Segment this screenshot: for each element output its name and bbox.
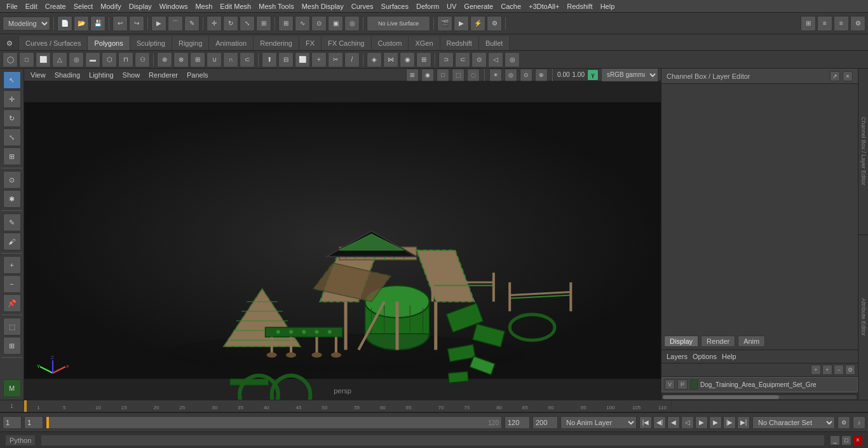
tb2-bool-union[interactable]: ∪	[207, 52, 222, 67]
add-div-btn[interactable]: +	[3, 256, 21, 274]
tab-polygons[interactable]: Polygons	[88, 36, 130, 50]
tab-fx[interactable]: FX	[299, 36, 322, 50]
tb2-sphere[interactable]: ◯	[3, 52, 18, 67]
tb2-wedge[interactable]: ◁	[488, 52, 503, 67]
viewport-3d[interactable]: persp X Y Z	[24, 81, 661, 400]
attribute-editor-strip[interactable]: Attribute Editor	[858, 234, 868, 400]
tb2-combine[interactable]: ⊕	[157, 52, 172, 67]
vm-lighting[interactable]: Lighting	[85, 70, 118, 80]
tab-xgen[interactable]: XGen	[409, 36, 440, 50]
sub-div-btn[interactable]: −	[3, 275, 21, 293]
play-btn[interactable]: ▶	[695, 416, 708, 429]
tb2-disk[interactable]: ⬡	[102, 52, 117, 67]
anim-layer-dropdown[interactable]: No Anim Layer	[560, 416, 637, 429]
display-opts[interactable]: ⊞	[801, 16, 816, 31]
options-menu-item[interactable]: Options	[693, 353, 717, 360]
mode-dropdown[interactable]: Modeling	[3, 17, 50, 31]
vm-renderer[interactable]: Renderer	[145, 70, 182, 80]
gamma-dropdown[interactable]: sRGB gamma	[601, 69, 658, 82]
panel-close[interactable]: ×	[843, 71, 853, 81]
snap-grid[interactable]: ⊞	[278, 16, 294, 31]
rotate-tool[interactable]: ↻	[223, 16, 238, 31]
rotate-btn[interactable]: ↻	[3, 109, 21, 127]
play-back-btn[interactable]: ◁	[681, 416, 694, 429]
tb2-split[interactable]: /	[344, 52, 360, 67]
frame-slider[interactable]: 120	[46, 416, 502, 429]
menu-surfaces[interactable]: Surfaces	[377, 1, 412, 11]
next-frame-btn[interactable]: ▶	[709, 416, 722, 429]
layer-new2[interactable]: +	[822, 365, 832, 375]
menu-uv[interactable]: UV	[443, 1, 460, 11]
menu-cache[interactable]: Cache	[497, 1, 525, 11]
menu-file[interactable]: File	[3, 1, 22, 11]
prev-key-btn[interactable]: ◀|	[653, 416, 666, 429]
menu-deform[interactable]: Deform	[412, 1, 443, 11]
tb2-separate[interactable]: ⊗	[173, 52, 189, 67]
tb2-fill-hole[interactable]: ⬜	[295, 52, 310, 67]
tb2-subdiv[interactable]: ⊞	[416, 52, 431, 67]
vp-dof[interactable]: ⊕	[535, 69, 548, 81]
maya-home-btn[interactable]: M	[3, 379, 21, 397]
tb2-poke[interactable]: ⊙	[471, 52, 487, 67]
pin-btn[interactable]: 📌	[3, 294, 21, 312]
go-start-btn[interactable]: |◀	[639, 416, 652, 429]
layer-del[interactable]: −	[834, 365, 844, 375]
tb2-extract[interactable]: ⊞	[190, 52, 205, 67]
tb2-merge[interactable]: ⊃	[438, 52, 454, 67]
tb2-cone[interactable]: △	[52, 52, 67, 67]
tab-animation[interactable]: Animation	[209, 36, 254, 50]
tb2-smooth[interactable]: ◉	[400, 52, 415, 67]
menu-mesh[interactable]: Mesh	[191, 1, 216, 11]
char-set-dropdown[interactable]: No Character Set	[752, 416, 835, 429]
prev-frame-btn[interactable]: ◀	[667, 416, 680, 429]
select-tool[interactable]: ▶	[151, 16, 166, 31]
render-seq[interactable]: ▶	[454, 16, 469, 31]
render-tab[interactable]: Render	[701, 336, 735, 347]
render-btn[interactable]: 🎬	[437, 16, 452, 31]
menu-3dtall[interactable]: +3DtoAll+	[525, 1, 563, 11]
display-tab[interactable]: Display	[664, 336, 698, 347]
soft-select[interactable]: ◎	[344, 16, 360, 31]
vp-aa[interactable]: ⊙	[520, 69, 532, 81]
undo-button[interactable]: ↩	[112, 16, 128, 31]
component-editor[interactable]: ⊞	[3, 337, 21, 355]
layer-options[interactable]: ⚙	[845, 365, 855, 375]
paint-select[interactable]: ✎	[184, 16, 200, 31]
playback-settings[interactable]: ⚙	[837, 416, 850, 429]
scrollbar-thumb[interactable]	[663, 395, 779, 399]
attr-editor-toggle[interactable]: ≡	[834, 16, 849, 31]
range-end-input[interactable]	[505, 416, 530, 429]
render-ipr[interactable]: ⚡	[470, 16, 485, 31]
channel-box-toggle[interactable]: ≡	[817, 16, 832, 31]
tb2-helix[interactable]: ⚇	[135, 52, 150, 67]
tb2-torus[interactable]: ◎	[69, 52, 84, 67]
layer-playback[interactable]: P	[677, 379, 688, 390]
gamma-btn[interactable]: γ	[587, 69, 599, 81]
menu-display[interactable]: Display	[125, 1, 156, 11]
new-button[interactable]: 📄	[57, 16, 72, 31]
tb2-cut-face[interactable]: ✂	[328, 52, 343, 67]
vp-smooth[interactable]: ◉	[421, 69, 434, 81]
minimize-btn[interactable]: _	[830, 435, 840, 445]
current-frame-input[interactable]	[3, 416, 22, 429]
render-opts[interactable]: ⚙	[487, 16, 502, 31]
lasso-tool[interactable]: ⌒	[168, 16, 183, 31]
sound-settings[interactable]: ♪	[853, 416, 865, 429]
sculpt-btn[interactable]: 🖌	[3, 233, 21, 250]
menu-generate[interactable]: Generate	[460, 1, 497, 11]
no-live-surface[interactable]: No Live Surface	[367, 16, 430, 31]
vp-wireframe[interactable]: ⊞	[406, 69, 419, 81]
vm-show[interactable]: Show	[119, 70, 144, 80]
vp-ao[interactable]: ◎	[505, 69, 517, 81]
tb2-cube[interactable]: □	[19, 52, 34, 67]
panel-float[interactable]: ↗	[830, 71, 840, 81]
tb2-plane[interactable]: ▬	[85, 52, 100, 67]
tab-fx-caching[interactable]: FX Caching	[322, 36, 371, 50]
layer-visibility[interactable]: V	[665, 379, 675, 390]
range-start-input[interactable]	[24, 416, 43, 429]
python-input[interactable]	[41, 435, 825, 446]
tab-rendering[interactable]: Rendering	[254, 36, 299, 50]
vm-view[interactable]: View	[27, 70, 50, 80]
channel-box-strip[interactable]: Channel Box / Layer Editor	[858, 69, 868, 234]
vm-panels[interactable]: Panels	[183, 70, 212, 80]
